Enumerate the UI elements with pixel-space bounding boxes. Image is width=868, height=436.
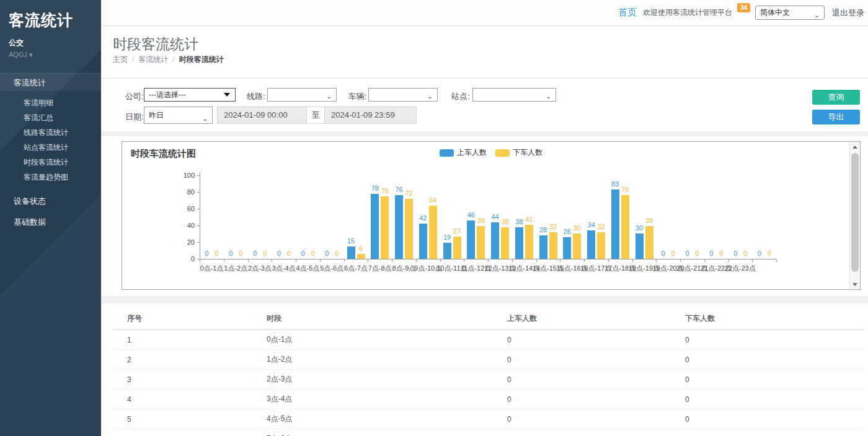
table-row: 43点-4点00	[113, 390, 865, 409]
hourly-passenger-table: 序号时段上车人数下车人数 10点-1点0021点-2点0032点-3点0043点…	[113, 308, 865, 436]
chart-bar[interactable]	[515, 227, 523, 259]
x-tick-mark	[704, 259, 705, 262]
x-category-label: 22点-23点	[722, 264, 759, 273]
chart-bar[interactable]	[501, 227, 509, 259]
table-cell: 2点-3点	[252, 370, 493, 390]
vehicle-select[interactable]: ⌄	[368, 88, 438, 102]
y-tick-label: 40	[176, 222, 195, 229]
chart-vertical-scrollbar[interactable]	[849, 142, 860, 289]
y-tick-mark	[197, 225, 200, 226]
chart-bar[interactable]	[573, 233, 581, 259]
sidebar-item[interactable]: 时段客流统计	[0, 155, 101, 170]
top-navbar: 首页 欢迎使用客流统计管理平台 34 简体中文⌄ 退出登录	[101, 0, 868, 26]
chart-bar[interactable]	[525, 225, 533, 259]
chart-bar[interactable]	[419, 224, 427, 259]
chevron-down-icon: ⌄	[815, 9, 820, 22]
x-tick-mark	[296, 259, 296, 262]
vehicle-label: 车辆:	[348, 91, 367, 102]
date-end-input[interactable]: 2024-01-09 23:59	[324, 107, 417, 124]
table-cell: 0	[493, 350, 671, 370]
export-button[interactable]: 导出	[812, 110, 860, 124]
bar-value-label: 27	[448, 227, 466, 235]
date-preset-select[interactable]: 昨日⌄	[144, 107, 213, 124]
chart-bar[interactable]	[443, 243, 451, 259]
legend-swatch-icon	[495, 149, 510, 157]
breadcrumb-item[interactable]: 客流统计	[138, 55, 168, 64]
station-select[interactable]: ⌄	[472, 88, 556, 102]
chart-bar[interactable]	[549, 232, 557, 259]
table-cell: 3点-4点	[252, 390, 493, 409]
chart-bar[interactable]	[611, 190, 619, 259]
legend-item[interactable]: 下车人数	[495, 147, 542, 158]
table-panel: 序号时段上车人数下车人数 10点-1点0021点-2点0032点-3点0043点…	[101, 303, 868, 436]
table-cell: 6	[113, 429, 252, 436]
chart-bar[interactable]	[381, 196, 389, 259]
table-row: 32点-3点00	[113, 370, 865, 390]
chart-bar[interactable]	[371, 194, 379, 259]
table-cell: 0	[493, 370, 671, 390]
x-tick-mark	[656, 259, 657, 262]
line-select[interactable]: ⌄	[267, 88, 337, 102]
table-cell: 0	[671, 330, 865, 350]
x-tick-mark	[440, 259, 441, 262]
scroll-down-arrow-icon[interactable]	[850, 279, 860, 289]
chart-bar[interactable]	[395, 195, 403, 259]
app-title: 客流统计	[9, 10, 92, 30]
company-select[interactable]: ---请选择---	[144, 88, 236, 102]
table-cell: 0	[493, 409, 671, 429]
chart-bar[interactable]	[467, 220, 475, 259]
table-cell: 0	[671, 390, 865, 409]
breadcrumb-item[interactable]: 主页	[113, 55, 128, 64]
scrollbar-thumb[interactable]	[851, 153, 859, 272]
sidebar-group-passenger-stats[interactable]: 客流统计	[0, 73, 101, 92]
sidebar-item[interactable]: 站点客流统计	[0, 140, 101, 155]
language-select[interactable]: 简体中文⌄	[755, 6, 825, 20]
station-label: 站点:	[451, 91, 470, 102]
chart-bar[interactable]	[405, 199, 413, 259]
chart-bar[interactable]	[539, 235, 547, 259]
bar-value-label: 32	[592, 223, 611, 230]
org-code-dropdown[interactable]: AQGJ ▾	[9, 51, 92, 59]
home-link[interactable]: 首页	[618, 7, 637, 19]
chevron-down-icon: ⌄	[428, 90, 433, 103]
sidebar-menu: 客流统计 客流明细客流汇总线路客流统计站点客流统计时段客流统计客流量趋势图 设备…	[0, 73, 101, 232]
notification-badge[interactable]: 34	[737, 3, 750, 12]
chart-bar[interactable]	[621, 195, 629, 259]
chart-bar[interactable]	[453, 237, 461, 259]
chart-bar[interactable]	[357, 254, 365, 259]
sidebar-item[interactable]: 设备状态	[0, 192, 101, 211]
chart-bar[interactable]	[477, 226, 485, 259]
chart-bar[interactable]	[645, 226, 653, 259]
sidebar-item[interactable]: 客流量趋势图	[0, 170, 101, 185]
y-tick-label: 20	[176, 238, 195, 246]
table-cell: 1	[113, 330, 252, 350]
logout-link[interactable]: 退出登录	[832, 7, 864, 19]
chart-bar[interactable]	[563, 237, 571, 259]
chart-bar[interactable]	[587, 230, 595, 259]
sidebar-item[interactable]: 线路客流统计	[0, 125, 101, 140]
sidebar-item[interactable]: 客流汇总	[0, 110, 101, 125]
chart-bar[interactable]	[429, 206, 437, 259]
legend-label: 下车人数	[513, 147, 542, 158]
date-start-input[interactable]: 2024-01-09 00:00	[217, 107, 307, 124]
sidebar-item[interactable]: 基础数据	[0, 213, 101, 232]
org-name: 公交	[9, 38, 92, 48]
query-button[interactable]: 查询	[812, 90, 860, 105]
y-tick-label: 80	[176, 188, 195, 196]
x-tick-mark	[464, 259, 464, 262]
table-cell: 0点-1点	[252, 330, 493, 350]
chart-bar[interactable]	[597, 232, 605, 259]
table-cell: 1点-2点	[252, 350, 493, 370]
x-tick-mark	[392, 259, 392, 262]
scroll-up-arrow-icon[interactable]	[850, 142, 860, 152]
table-column-header: 上车人数	[493, 308, 671, 330]
y-tick-mark	[197, 192, 200, 193]
legend-item[interactable]: 上车人数	[440, 147, 487, 158]
table-column-header: 时段	[252, 308, 493, 330]
chart-bar[interactable]	[491, 222, 499, 259]
table-cell: 5	[113, 409, 252, 429]
sidebar-item[interactable]: 客流明细	[0, 95, 101, 110]
bar-value-label: 0	[760, 250, 779, 257]
chart-bar[interactable]	[636, 233, 644, 259]
table-cell: 0	[671, 409, 865, 429]
